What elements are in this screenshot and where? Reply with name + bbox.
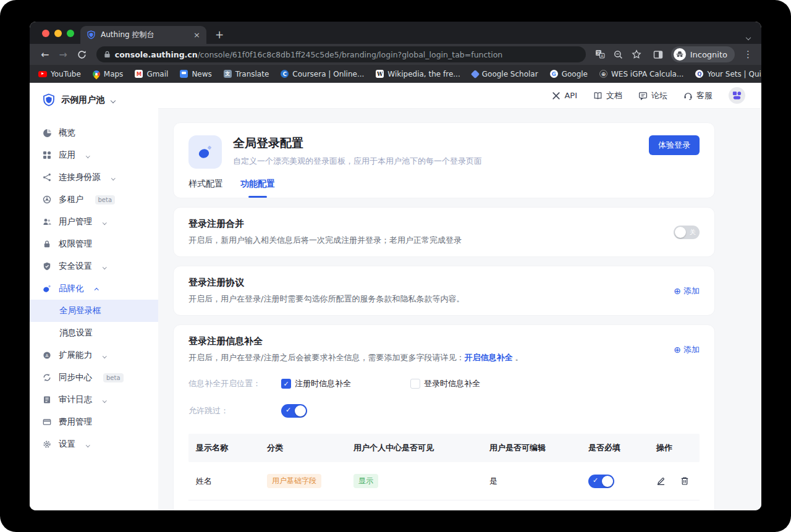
cell-editable: 是: [482, 476, 581, 487]
merge-card-title: 登录注册合并: [188, 218, 462, 230]
tab-search-chevron-icon[interactable]: [747, 30, 750, 42]
coursera-icon: C: [281, 70, 289, 78]
minimize-window-button[interactable]: [54, 30, 62, 37]
tab-close-icon[interactable]: ×: [193, 30, 200, 40]
sidebar-item-extensions[interactable]: A 扩展能力: [30, 344, 158, 366]
extension-a-icon: A: [42, 350, 52, 360]
chevron-down-icon: [87, 439, 90, 449]
chevron-down-icon: [103, 350, 106, 360]
topnav-forum[interactable]: 论坛: [638, 90, 667, 101]
bookmark-wikipedia[interactable]: WWikipedia, the fre...: [376, 70, 460, 78]
col-required: 是否必填: [581, 442, 649, 454]
try-login-button[interactable]: 体验登录: [649, 135, 700, 155]
reload-icon[interactable]: [72, 50, 91, 59]
bookmark-youtube[interactable]: YouTube: [38, 70, 81, 78]
main-area: API 文档 论坛 客服: [158, 83, 761, 510]
bookmark-star-icon[interactable]: [632, 49, 641, 59]
browser-tab-authing[interactable]: Authing 控制台 ×: [80, 26, 206, 44]
sidebar-item-user-management[interactable]: 用户管理: [30, 211, 158, 233]
checkbox-unchecked-icon[interactable]: [410, 379, 420, 389]
completion-add-button[interactable]: ⊕ 添加: [674, 344, 700, 355]
translate-icon[interactable]: 文A: [595, 49, 605, 59]
required-toggle-on[interactable]: ✓: [588, 475, 614, 488]
chevron-up-icon: [95, 283, 98, 293]
merge-login-register-card: 登录注册合并 开启后，新用户输入相关信息后将一次完成注册并登录；老用户正常完成登…: [173, 207, 715, 257]
edit-pencil-icon[interactable]: [656, 476, 666, 486]
sidebar-subitem-message-settings[interactable]: 消息设置: [30, 322, 158, 344]
bookmark-translate[interactable]: 文Translate: [224, 70, 269, 78]
new-tab-button[interactable]: +: [215, 27, 224, 43]
toggle-off-label: 关: [690, 228, 696, 237]
merge-toggle-off[interactable]: 关: [674, 226, 700, 239]
tab-function-config[interactable]: 功能配置: [240, 179, 275, 198]
topnav-api[interactable]: API: [552, 91, 577, 100]
checkbox-register-completion[interactable]: ✓ 注册时信息补全: [281, 378, 351, 389]
checkbox-checked-icon[interactable]: ✓: [281, 379, 291, 389]
forward-icon[interactable]: →: [54, 49, 72, 61]
chevron-down-icon: [112, 172, 115, 182]
checkbox-login-completion[interactable]: 登录时信息补全: [410, 378, 480, 389]
quizlet-icon: Q: [695, 70, 703, 78]
completion-position-row: 信息补全开启位置： ✓ 注册时信息补全 登录时信息补全: [188, 378, 700, 389]
news-icon: [180, 70, 188, 78]
bookmark-google[interactable]: GGoogle: [550, 70, 588, 78]
maximize-window-button[interactable]: [67, 30, 74, 37]
bookmark-coursera[interactable]: CCoursera | Online...: [281, 70, 364, 78]
zoom-search-icon[interactable]: [614, 50, 623, 59]
sidebar-item-audit-logs[interactable]: 审计日志: [30, 389, 158, 411]
allow-skip-toggle-on[interactable]: ✓: [281, 404, 307, 418]
protocol-add-button[interactable]: ⊕ 添加: [674, 285, 700, 297]
url-host: console.authing.cn: [115, 50, 198, 59]
bookmark-google-scholar[interactable]: Google Scholar: [472, 70, 538, 78]
topnav-docs[interactable]: 文档: [593, 90, 622, 101]
beta-badge: beta: [103, 373, 124, 382]
open-info-completion-link[interactable]: 开启信息补全: [464, 353, 512, 362]
delete-trash-icon[interactable]: [680, 476, 689, 486]
merge-card-desc: 开启后，新用户输入相关信息后将一次完成注册并登录；老用户正常完成登录: [188, 235, 462, 246]
sidebar-subitem-global-login[interactable]: 全局登录框: [30, 300, 158, 322]
bookmark-news[interactable]: News: [180, 70, 211, 78]
topnav-support[interactable]: 客服: [683, 90, 713, 101]
sidebar-item-multitenant[interactable]: 多租户 beta: [30, 188, 158, 211]
sidebar-item-identity-sources[interactable]: 连接身份源: [30, 166, 158, 188]
sidebar-item-sync-center[interactable]: 同步中心 beta: [30, 366, 158, 389]
tab-strip: Authing 控制台 × +: [30, 22, 761, 44]
browser-window: Authing 控制台 × + ← → console.authing.cn /…: [30, 22, 761, 510]
allow-skip-row: 允许跳过： ✓: [188, 404, 700, 418]
back-icon[interactable]: ←: [36, 49, 54, 61]
incognito-badge: Incognito: [671, 46, 735, 62]
sidebar-item-permissions[interactable]: 权限管理: [30, 233, 158, 255]
close-window-button[interactable]: [42, 30, 49, 37]
tab-style-config[interactable]: 样式配置: [188, 179, 223, 198]
api-tools-icon: [552, 91, 560, 100]
sidebar-item-overview[interactable]: 概览: [30, 122, 158, 144]
chevron-down-icon: [103, 261, 106, 271]
sidebar-item-billing[interactable]: 费用管理: [30, 411, 158, 433]
bookmark-gmail[interactable]: MGmail: [135, 70, 168, 78]
maps-pin-icon: [91, 69, 101, 79]
svg-text:A: A: [601, 54, 604, 59]
userpool-selector[interactable]: 示例用户池: [30, 83, 158, 116]
credit-card-icon: [42, 417, 52, 427]
visibility-tag: 显示: [353, 474, 378, 488]
svg-text:A: A: [46, 353, 49, 358]
bookmark-quizlet[interactable]: QYour Sets | Quizlet: [695, 70, 761, 78]
browser-menu-icon[interactable]: ⋮: [738, 49, 755, 60]
side-panel-icon[interactable]: [653, 50, 663, 59]
sidebar-item-applications[interactable]: 应用: [30, 144, 158, 166]
login-protocol-card: 登录注册协议 开启后，用户在登录/注册时需要勾选你所配置的服务条款和隐私条款等内…: [173, 266, 715, 316]
protocol-card-title: 登录注册协议: [188, 277, 464, 289]
chevron-down-icon: [87, 150, 90, 159]
gear-icon: [42, 439, 52, 449]
address-bar[interactable]: console.authing.cn /console/61f0f16c8c8d…: [96, 46, 586, 62]
sidebar-item-settings[interactable]: 设置: [30, 433, 158, 455]
info-completion-card: 登录注册信息补全 开启后，用户在登录/注册之后会被要求补全信息，需要添加更多字段…: [173, 324, 715, 510]
sidebar-item-security[interactable]: 安全设置: [30, 255, 158, 277]
tenant-icon: [42, 195, 52, 205]
bookmark-wes[interactable]: ⊕WES iGPA Calcula...: [599, 70, 683, 78]
user-avatar[interactable]: [729, 87, 745, 104]
scholar-icon: [471, 69, 480, 78]
bookmark-maps[interactable]: Maps: [93, 70, 124, 78]
authing-console-app: 示例用户池 概览 应用 连接身份源: [30, 83, 761, 510]
sidebar-item-branding[interactable]: 品牌化: [30, 277, 158, 300]
